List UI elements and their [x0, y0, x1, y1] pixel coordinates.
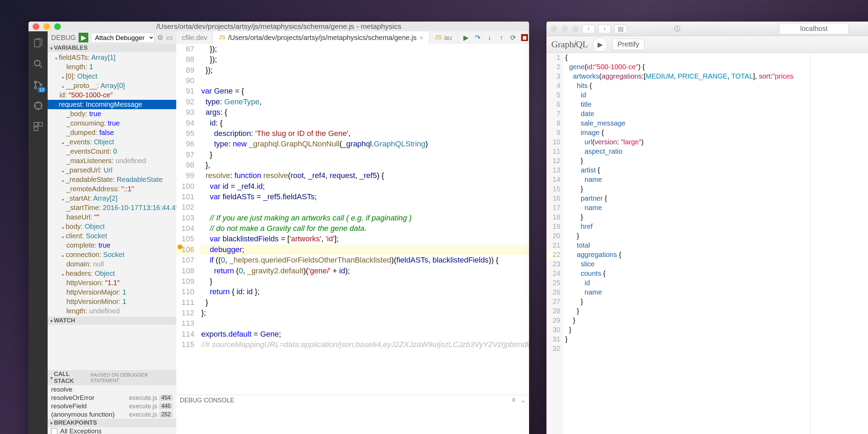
variable-row[interactable]: connection: Socket	[48, 250, 176, 259]
variable-row[interactable]: fieldASTs: Array[1]	[48, 53, 176, 62]
callstack-row[interactable]: (anonymous function)execute.js252	[48, 410, 176, 419]
code-content[interactable]: }); }); }); var Gene = { type: GeneType,…	[200, 44, 529, 395]
forward-button[interactable]: ›	[598, 24, 611, 33]
debug-config-select[interactable]: Attach Debugger	[91, 33, 154, 43]
variables-header[interactable]: VARIABLES	[48, 44, 176, 52]
variable-row[interactable]: _events: Object	[48, 137, 176, 147]
variable-row[interactable]: _consuming: true	[48, 119, 176, 128]
debug-toolbar: ▶ ↷ ↓ ↑ ⟳ ■	[458, 31, 529, 44]
close-window-button[interactable]	[551, 25, 557, 32]
callstack-row[interactable]: resolve	[48, 385, 176, 394]
editor-tab[interactable]: JS au	[429, 31, 458, 44]
reader-icon[interactable]: ⓘ	[674, 25, 680, 33]
chevron-down-icon[interactable]: ⌄	[520, 396, 526, 404]
variable-row[interactable]: httpVersionMajor: 1	[48, 288, 176, 297]
debug-header: DEBUG ▶ Attach Debugger ⚙ ▭	[48, 31, 176, 44]
callstack-row[interactable]: resolveFieldexecute.js445	[48, 402, 176, 410]
variable-row[interactable]: body: Object	[48, 222, 176, 231]
url-bar[interactable]: ⓘ localhost ⟳	[672, 23, 868, 34]
graphiql-editor-main[interactable]: 1234567891011121314151617181920212223242…	[546, 53, 810, 434]
breakpoints-header[interactable]: BREAKPOINTS	[48, 419, 176, 427]
variable-row[interactable]: _startAt: Array[2]	[48, 194, 176, 203]
vscode-titlebar: /Users/orta/dev/projects/artsy/js/metaph…	[29, 22, 529, 31]
code-editor[interactable]: 8788899091929394959697989910010110210310…	[176, 44, 529, 395]
svg-point-1	[34, 81, 36, 83]
editor-area: cfile.devJS /Users/orta/dev/projects/art…	[176, 31, 529, 434]
variable-row[interactable]: _maxListeners: undefined	[48, 156, 176, 166]
debug-console-body: 🔧baseUrl › request.bas	[176, 405, 529, 434]
variable-row[interactable]: domain: null	[48, 259, 176, 269]
zoom-window-button[interactable]	[572, 25, 579, 32]
variables-tree[interactable]: fieldASTs: Array[1]length: 1[0]: Object_…	[48, 52, 176, 316]
variable-row[interactable]: complete: true	[48, 241, 176, 250]
variable-row[interactable]: request: IncomingMessage	[48, 100, 176, 109]
editor-tab[interactable]: JS /Users/orta/dev/projects/artsy/js/met…	[213, 31, 429, 44]
restart-button[interactable]: ⟳	[509, 34, 517, 41]
variable-row[interactable]: _dumped: false	[48, 128, 176, 137]
close-window-button[interactable]	[33, 23, 39, 30]
step-over-button[interactable]: ↷	[474, 34, 481, 41]
step-into-button[interactable]: ↓	[486, 34, 493, 41]
debug-icon[interactable]	[31, 99, 45, 113]
callstack-body[interactable]: resolveresolveOrErrorexecute.js454resolv…	[48, 385, 176, 419]
extensions-icon[interactable]	[31, 120, 45, 134]
sidebar-button[interactable]: ▤	[614, 24, 627, 33]
svg-rect-5	[34, 122, 38, 126]
breakpoint-row[interactable]: All Exceptions	[48, 427, 176, 434]
svg-point-3	[40, 84, 42, 86]
safari-window: ‹ › ▤ ⓘ localhost ⟳ ⬇ ⇪ ⧉ + GraphiQL ▶ P…	[546, 22, 868, 434]
close-tab-icon[interactable]: ×	[419, 34, 423, 42]
variable-row[interactable]: __proto__: Array[0]	[48, 81, 176, 90]
variable-row[interactable]: httpVersionMinor: 1	[48, 297, 176, 306]
variable-row[interactable]: _remoteAddress: "::1"	[48, 184, 176, 194]
window-title: /Users/orta/dev/projects/artsy/js/metaph…	[156, 22, 401, 31]
gutter[interactable]: 8788899091929394959697989910010110210310…	[176, 44, 200, 395]
variable-row[interactable]: _startTime: 2016-10-17T13:16:44.495Z	[48, 203, 176, 212]
continue-button[interactable]: ▶	[462, 34, 470, 41]
zoom-window-button[interactable]	[54, 23, 61, 30]
gear-icon[interactable]: ⚙	[157, 33, 163, 42]
safari-window-controls	[551, 25, 579, 32]
graphiql-query-editor: 1234567891011121314151617181920212223242…	[546, 53, 811, 434]
variable-row[interactable]: _parsedUrl: Url	[48, 166, 176, 175]
back-button[interactable]: ‹	[582, 24, 595, 33]
debug-console-toggle-icon[interactable]: ▭	[166, 33, 173, 42]
url-text[interactable]: localhost	[779, 23, 849, 34]
execute-query-button[interactable]: ▶	[593, 37, 607, 52]
search-icon[interactable]	[31, 57, 45, 71]
variable-row[interactable]: _readableState: ReadableState	[48, 175, 176, 184]
callstack-header[interactable]: CALL STACKPAUSED ON DEBUGGER STATEMENT	[48, 370, 176, 385]
graphiql-toolbar: GraphiQL ▶ Prettify ‹Docs	[546, 36, 868, 53]
variable-row[interactable]: id: "500-1000-ce"	[48, 90, 176, 100]
debug-console-header[interactable]: DEBUG CONSOLE ≡ ⌄	[176, 395, 529, 405]
editor-tab[interactable]: cfile.dev	[176, 31, 213, 44]
callstack-row[interactable]: resolveOrErrorexecute.js454	[48, 394, 176, 402]
graphiql-code[interactable]: { gene(id:"500-1000-ce") { artworks(aggr…	[563, 53, 810, 434]
graphiql-logo: GraphiQL	[551, 39, 588, 50]
debug-start-button[interactable]: ▶	[79, 33, 88, 42]
variable-row[interactable]: length: 1	[48, 62, 176, 72]
variable-row[interactable]: _body: true	[48, 109, 176, 119]
console-filter-icon[interactable]: ≡	[512, 396, 516, 404]
minimize-window-button[interactable]	[561, 25, 568, 32]
git-icon[interactable]: 10	[31, 78, 45, 92]
explorer-icon[interactable]	[31, 36, 45, 50]
prettify-button[interactable]: Prettify	[612, 39, 644, 50]
step-out-button[interactable]: ↑	[497, 34, 505, 41]
variable-row[interactable]: baseUrl: ""	[48, 212, 176, 222]
variable-row[interactable]: client: Socket	[48, 231, 176, 241]
breakpoints-body[interactable]: All ExceptionsUncaught Exceptionsgravity…	[48, 427, 176, 434]
stop-button[interactable]: ■	[521, 34, 528, 41]
variable-row[interactable]: headers: Object	[48, 269, 176, 278]
breakpoint-checkbox[interactable]	[51, 428, 57, 434]
minimize-window-button[interactable]	[43, 23, 50, 30]
svg-point-2	[34, 87, 36, 88]
variable-row[interactable]: _eventsCount: 0	[48, 147, 176, 156]
safari-toolbar: ‹ › ▤ ⓘ localhost ⟳ ⬇ ⇪ ⧉ +	[546, 22, 868, 36]
variable-row[interactable]: httpVersion: "1.1"	[48, 278, 176, 288]
watch-header[interactable]: WATCH	[48, 316, 176, 325]
variable-row[interactable]: [0]: Object	[48, 72, 176, 81]
git-badge: 10	[38, 87, 46, 93]
tab-bar: cfile.devJS /Users/orta/dev/projects/art…	[176, 31, 529, 44]
variable-row[interactable]: length: undefined	[48, 306, 176, 316]
